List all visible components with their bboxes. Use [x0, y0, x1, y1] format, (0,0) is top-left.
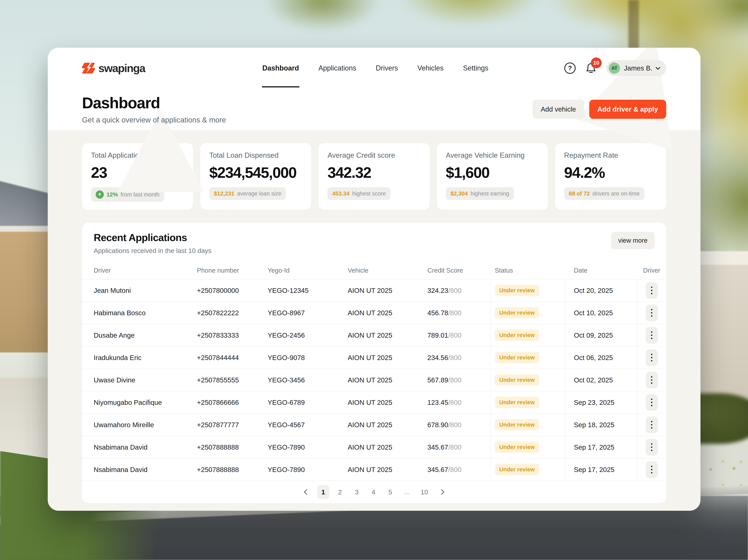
- cell-credit-score: 345.67/800: [427, 443, 490, 451]
- recent-applications-panel: Recent Applications Applications receive…: [82, 223, 666, 503]
- page-prev-button[interactable]: [301, 486, 312, 498]
- add-vehicle-button[interactable]: Add vehicle: [533, 100, 584, 119]
- nav-item-vehicles[interactable]: Vehicles: [417, 62, 444, 74]
- cell-date: Oct 02, 2025: [565, 376, 637, 384]
- status-badge: Under review: [495, 397, 539, 408]
- cell-credit-score: 123.45/800: [427, 398, 490, 406]
- stat-label: Average Vehicle Earning: [446, 151, 539, 160]
- table-row: Habimana Bosco +2507822222 YEGO-8967 AIO…: [82, 301, 666, 324]
- cell-yego-id: YEGO-12345: [267, 287, 348, 294]
- notification-count-badge: 10: [591, 57, 602, 68]
- stat-label: Total Loan Dispensed: [209, 151, 302, 160]
- status-badge: Under review: [495, 374, 539, 386]
- brand-logo[interactable]: swapinga: [82, 62, 145, 75]
- help-button[interactable]: ?: [564, 63, 576, 74]
- credit-max: /800: [448, 332, 462, 339]
- brand-name: swapinga: [98, 62, 145, 75]
- cell-credit-score: 345.67/800: [427, 466, 490, 473]
- cell-credit-score: 567.89/800: [427, 376, 490, 384]
- cell-credit-score: 456.78/800: [427, 309, 490, 317]
- header-right-cluster: ? 10 AT James B.: [564, 60, 666, 76]
- cell-date: Sep 23, 2025: [565, 398, 637, 406]
- cell-credit-score: 789.01/800: [427, 332, 490, 339]
- table-row: Nsabimana David +2507888888 YEGO-7890 AI…: [82, 458, 666, 481]
- stat-badge: 453.34 highest score: [327, 187, 390, 200]
- stat-card-total-loan: Total Loan Dispensed $234,545,000 $12,23…: [200, 143, 311, 210]
- card-body-section: Total Applications 23 12% from last mont…: [48, 130, 700, 511]
- cell-vehicle: AION UT 2025: [348, 466, 427, 473]
- row-menu-button[interactable]: [646, 416, 658, 433]
- row-menu-button[interactable]: [646, 461, 658, 478]
- page-button-3[interactable]: 3: [351, 485, 363, 499]
- row-menu-button[interactable]: [646, 305, 658, 321]
- page-button-10[interactable]: 10: [418, 485, 431, 499]
- row-menu-button[interactable]: [646, 327, 658, 344]
- nav-item-drivers[interactable]: Drivers: [375, 62, 398, 74]
- chevron-down-icon: [655, 65, 660, 70]
- stat-badge: 68 of 72 drivers are on-time: [564, 187, 645, 200]
- page-next-button[interactable]: [436, 486, 447, 498]
- page-button-1[interactable]: 1: [318, 485, 329, 499]
- stat-label: Repayment Rate: [564, 151, 657, 160]
- row-menu-button[interactable]: [646, 349, 658, 366]
- cell-vehicle: AION UT 2025: [348, 443, 427, 451]
- cell-yego-id: YEGO-8967: [267, 309, 348, 317]
- stat-card-average-credit: Average Credit score 342.32 453.34 highe…: [319, 143, 429, 210]
- credit-max: /800: [448, 354, 462, 361]
- page-button-4[interactable]: 4: [368, 485, 379, 499]
- lightning-bolt-icon: [82, 62, 95, 75]
- nav-item-dashboard[interactable]: Dashboard: [262, 62, 299, 74]
- row-menu-button[interactable]: [646, 439, 658, 456]
- stat-caption: from last month: [121, 191, 160, 198]
- status-badge: Under review: [495, 419, 539, 431]
- page-title-row: Dashboard Get a quick overview of applic…: [48, 94, 700, 124]
- nav-item-settings[interactable]: Settings: [463, 62, 489, 74]
- chevron-right-icon: [439, 489, 444, 495]
- page-button-2[interactable]: 2: [334, 485, 346, 499]
- add-driver-apply-button[interactable]: Add driver & apply: [589, 100, 666, 119]
- nav-item-applications[interactable]: Applications: [318, 62, 357, 74]
- table-row: Jean Mutoni +2507800000 YEGO-12345 AION …: [82, 279, 666, 301]
- status-badge: Under review: [495, 464, 539, 475]
- page-button-5[interactable]: 5: [384, 485, 396, 499]
- cell-yego-id: YEGO-9078: [267, 354, 348, 362]
- stat-value: 94.2%: [564, 164, 657, 181]
- view-more-button[interactable]: view more: [611, 232, 655, 249]
- stat-value: 23: [91, 164, 184, 181]
- stat-value: 342.32: [327, 164, 421, 181]
- cell-phone: +2507877777: [197, 421, 267, 429]
- cell-vehicle: AION UT 2025: [348, 332, 427, 339]
- status-badge: Under review: [495, 285, 539, 296]
- cell-driver: Nsabimana David: [82, 443, 197, 451]
- cell-date: Oct 06, 2025: [565, 354, 637, 362]
- stat-card-total-applications: Total Applications 23 12% from last mont…: [82, 143, 193, 210]
- cell-credit-score: 324.23/800: [427, 287, 490, 294]
- cell-vehicle: AION UT 2025: [348, 376, 427, 384]
- stat-highlight: 12%: [107, 191, 118, 198]
- cell-vehicle: AION UT 2025: [348, 309, 427, 317]
- stat-badge: 12% from last month: [91, 187, 164, 202]
- cell-driver: Uwamahoro Mireille: [82, 421, 197, 429]
- cell-driver: Habimana Bosco: [82, 309, 197, 317]
- kebab-icon: [651, 376, 652, 378]
- main-nav: Dashboard Applications Drivers Vehicles …: [262, 62, 489, 74]
- status-badge: Under review: [495, 441, 539, 453]
- cell-yego-id: YEGO-4567: [267, 421, 348, 429]
- page-subtitle: Get a quick overview of applications & m…: [82, 116, 226, 124]
- row-menu-button[interactable]: [646, 394, 658, 411]
- col-driver: Driver: [82, 267, 197, 274]
- kebab-icon: [651, 466, 652, 467]
- credit-max: /800: [448, 287, 462, 294]
- section-title: Recent Applications: [94, 232, 212, 243]
- status-badge: Under review: [495, 330, 539, 341]
- kebab-icon: [651, 421, 652, 422]
- cell-date: Sep 18, 2025: [565, 421, 637, 429]
- cell-driver: Iradukunda Eric: [82, 354, 197, 362]
- user-menu[interactable]: AT James B.: [606, 60, 666, 76]
- cell-yego-id: YEGO-7890: [267, 466, 348, 473]
- row-menu-button[interactable]: [646, 372, 658, 388]
- notifications-button[interactable]: 10: [586, 63, 596, 74]
- row-menu-button[interactable]: [646, 282, 658, 299]
- table-row: Nsabimana David +2507888888 YEGO-7890 AI…: [82, 436, 666, 458]
- pagination: 1 2 3 4 5 ... 10: [82, 481, 666, 503]
